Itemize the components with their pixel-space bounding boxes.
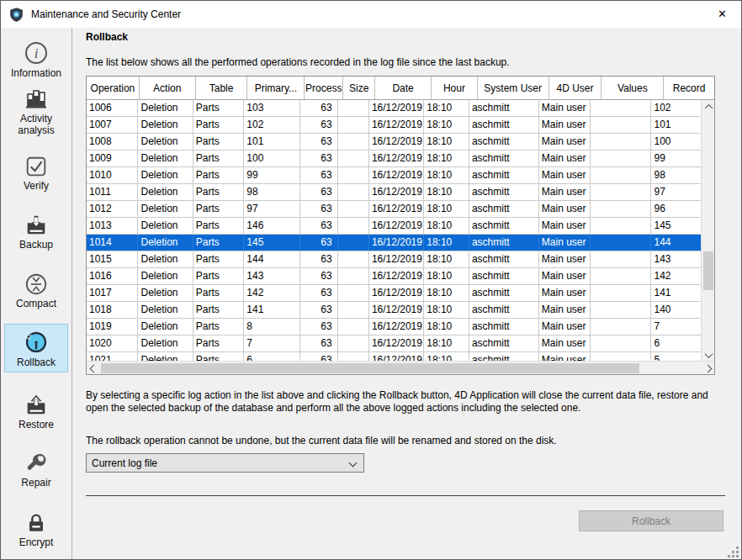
column-header[interactable]: Record xyxy=(664,77,714,99)
sidebar-item-compact[interactable]: Compact xyxy=(3,272,69,309)
close-icon[interactable]: ✕ xyxy=(703,1,741,27)
table-cell: 63 xyxy=(300,235,338,251)
table-row[interactable]: 1019DeletionParts86316/12/201918:10aschm… xyxy=(87,319,701,335)
table-cell: Main user xyxy=(539,319,591,335)
table-cell: 146 xyxy=(244,218,299,234)
sidebar-item-label: Encrypt xyxy=(19,536,54,548)
table-cell: 8 xyxy=(244,319,299,335)
table-row[interactable]: 1007DeletionParts1026316/12/201918:10asc… xyxy=(87,117,701,134)
column-header[interactable]: Process xyxy=(305,77,343,99)
table-cell: 18:10 xyxy=(424,268,469,284)
column-header[interactable]: Date xyxy=(375,77,432,99)
table-cell: 63 xyxy=(300,268,338,284)
table-cell: Parts xyxy=(193,117,245,133)
table-cell: 1017 xyxy=(87,285,138,301)
scroll-right-icon[interactable] xyxy=(701,362,714,375)
sidebar-item-backup[interactable]: Backup xyxy=(3,213,69,251)
log-file-select[interactable]: Current log file xyxy=(86,453,364,473)
column-header[interactable]: Table xyxy=(196,77,248,99)
table-cell: Deletion xyxy=(138,335,193,351)
table-cell: 102 xyxy=(651,100,701,116)
column-header[interactable]: Values xyxy=(602,77,664,99)
svg-text:i: i xyxy=(34,45,39,61)
table-cell: 140 xyxy=(651,302,701,318)
column-header[interactable]: Operation xyxy=(87,77,140,99)
sidebar-item-encrypt[interactable]: Encrypt xyxy=(3,510,69,548)
table-row[interactable]: 1018DeletionParts1416316/12/201918:10asc… xyxy=(87,302,701,319)
table-cell: 18:10 xyxy=(424,319,469,335)
table-cell: 99 xyxy=(651,151,701,166)
table-cell: Parts xyxy=(193,100,245,116)
log-file-select-value: Current log file xyxy=(92,457,157,469)
sidebar-item-information[interactable]: i Information xyxy=(3,40,69,79)
scroll-left-icon[interactable] xyxy=(87,362,100,375)
table-cell xyxy=(591,167,651,183)
resize-grip[interactable] xyxy=(729,547,739,557)
table-row[interactable]: 1017DeletionParts1426316/12/201918:10asc… xyxy=(87,285,701,302)
table-cell xyxy=(591,100,651,116)
sidebar-item-restore[interactable]: Restore xyxy=(3,393,69,431)
table-cell: 18:10 xyxy=(424,184,469,200)
encrypt-lock-icon xyxy=(24,510,49,536)
table-row[interactable]: 1006DeletionParts1036316/12/201918:10asc… xyxy=(87,100,701,117)
table-cell: 18:10 xyxy=(424,167,469,183)
table-cell: 1010 xyxy=(87,167,138,183)
table-cell xyxy=(338,285,369,301)
table-cell: 16/12/2019 xyxy=(369,167,424,183)
scroll-up-icon[interactable] xyxy=(702,100,715,114)
rollback-button[interactable]: Rollback xyxy=(579,510,723,531)
vertical-scroll-thumb[interactable] xyxy=(703,251,713,290)
table-cell: 18:10 xyxy=(424,134,469,150)
table-cell xyxy=(591,319,651,335)
table-cell: 1019 xyxy=(87,319,138,335)
table-cell xyxy=(591,285,651,301)
table-cell: 16/12/2019 xyxy=(369,319,424,335)
table-cell: 101 xyxy=(244,134,299,150)
vertical-scrollbar[interactable] xyxy=(701,100,714,362)
horizontal-scroll-thumb[interactable] xyxy=(101,363,639,373)
table-cell: 1014 xyxy=(87,235,138,251)
table-cell: Parts xyxy=(193,335,245,351)
column-header[interactable]: Size xyxy=(343,77,375,99)
table-cell: Main user xyxy=(539,184,591,200)
table-cell: 16/12/2019 xyxy=(369,201,424,217)
sidebar-item-verify[interactable]: Verify xyxy=(3,154,69,192)
sidebar-item-rollback[interactable]: Rollback xyxy=(4,324,68,372)
table-cell: 16/12/2019 xyxy=(369,302,424,318)
table-cell: 16/12/2019 xyxy=(369,335,424,351)
table-cell: Main user xyxy=(539,201,591,217)
sidebar-item-activity-analysis[interactable]: Activity analysis xyxy=(3,85,69,136)
table-cell: 144 xyxy=(244,251,299,267)
scroll-down-icon[interactable] xyxy=(702,348,715,362)
information-icon: i xyxy=(23,40,50,66)
table-row[interactable]: 1011DeletionParts986316/12/201918:10asch… xyxy=(87,184,701,201)
table-row[interactable]: 1020DeletionParts76316/12/201918:10aschm… xyxy=(87,335,701,352)
table-row[interactable]: 1013DeletionParts1466316/12/201918:10asc… xyxy=(87,218,701,235)
table-cell: 101 xyxy=(651,117,701,133)
column-header[interactable]: Primary... xyxy=(247,77,305,99)
sidebar-item-label: Rollback xyxy=(17,357,56,368)
column-header[interactable]: Action xyxy=(140,77,196,99)
table-cell: Parts xyxy=(193,167,245,183)
sidebar-item-repair[interactable]: Repair xyxy=(3,451,69,489)
column-header[interactable]: System User xyxy=(478,77,549,99)
column-header[interactable]: Hour xyxy=(432,77,478,99)
table-cell: 16/12/2019 xyxy=(369,184,424,200)
table-row[interactable]: 1016DeletionParts1436316/12/201918:10asc… xyxy=(87,268,701,285)
table-row[interactable]: 1010DeletionParts996316/12/201918:10asch… xyxy=(87,167,701,184)
table-row[interactable]: 1009DeletionParts1006316/12/201918:10asc… xyxy=(87,151,701,167)
table-row[interactable]: 1015DeletionParts1446316/12/201918:10asc… xyxy=(87,251,701,268)
column-header[interactable]: 4D User xyxy=(549,77,602,99)
table-row[interactable]: 1008DeletionParts1016316/12/201918:10asc… xyxy=(87,134,701,151)
table-cell: 145 xyxy=(651,218,701,234)
table-cell xyxy=(338,167,369,183)
shield-app-icon xyxy=(9,8,24,22)
table-row[interactable]: 1014DeletionParts1456316/12/201918:10asc… xyxy=(87,235,701,251)
table-cell xyxy=(338,235,369,251)
table-row[interactable]: 1012DeletionParts976316/12/201918:10asch… xyxy=(87,201,701,218)
horizontal-scrollbar[interactable] xyxy=(87,361,714,374)
table-cell: 144 xyxy=(651,235,701,251)
table-cell: Parts xyxy=(193,302,245,318)
table-cell: aschmitt xyxy=(469,100,539,116)
table-cell: Deletion xyxy=(138,117,193,133)
